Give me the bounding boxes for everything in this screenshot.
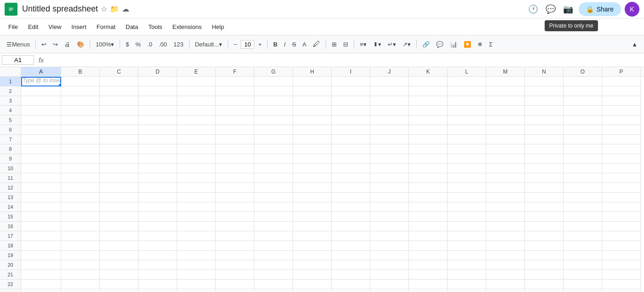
cell-C21[interactable] xyxy=(100,270,138,280)
col-header-l[interactable]: L xyxy=(448,67,486,76)
cell-G14[interactable] xyxy=(254,202,293,212)
cell-L7[interactable] xyxy=(448,135,486,144)
increase-decimal-button[interactable]: .00 xyxy=(156,39,170,50)
cell-J1[interactable] xyxy=(370,77,409,86)
cell-P4[interactable] xyxy=(602,106,641,115)
camera-button[interactable]: 📷 xyxy=(561,2,575,16)
cell-F23[interactable] xyxy=(216,289,254,292)
cell-J21[interactable] xyxy=(370,270,409,280)
cell-A13[interactable] xyxy=(21,193,61,202)
cell-D14[interactable] xyxy=(138,202,177,212)
cell-N13[interactable] xyxy=(525,193,564,202)
cell-L11[interactable] xyxy=(448,173,486,183)
cell-J17[interactable] xyxy=(370,231,409,241)
cell-I23[interactable] xyxy=(332,289,370,292)
cell-J14[interactable] xyxy=(370,202,409,212)
col-header-p[interactable]: P xyxy=(602,67,641,76)
cell-E13[interactable] xyxy=(177,193,216,202)
cell-K19[interactable] xyxy=(409,251,448,260)
col-header-o[interactable]: O xyxy=(564,67,602,76)
cell-C2[interactable] xyxy=(100,86,138,96)
cell-L23[interactable] xyxy=(448,289,486,292)
cell-H13[interactable] xyxy=(293,193,332,202)
cell-D3[interactable] xyxy=(138,96,177,106)
currency-button[interactable]: $ xyxy=(123,39,132,50)
cell-H15[interactable] xyxy=(293,212,332,222)
cell-I18[interactable] xyxy=(332,241,370,251)
cell-K3[interactable] xyxy=(409,96,448,106)
cell-J9[interactable] xyxy=(370,154,409,164)
cell-P13[interactable] xyxy=(602,193,641,202)
cell-J18[interactable] xyxy=(370,241,409,251)
cell-A17[interactable] xyxy=(21,231,61,241)
cell-L8[interactable] xyxy=(448,144,486,154)
cell-M9[interactable] xyxy=(486,154,525,164)
cell-O9[interactable] xyxy=(564,154,602,164)
comment-button[interactable]: 💬 xyxy=(544,2,558,16)
print-button[interactable]: 🖨 xyxy=(62,39,73,50)
cell-C3[interactable] xyxy=(100,96,138,106)
cell-A22[interactable] xyxy=(21,280,61,289)
function-button[interactable]: Σ xyxy=(486,39,495,50)
cell-C1[interactable] xyxy=(100,77,138,86)
cell-P1[interactable] xyxy=(602,77,641,86)
cell-I8[interactable] xyxy=(332,144,370,154)
cell-B13[interactable] xyxy=(61,193,100,202)
cell-F17[interactable] xyxy=(216,231,254,241)
cell-D7[interactable] xyxy=(138,135,177,144)
col-header-h[interactable]: H xyxy=(293,67,332,76)
cell-D13[interactable] xyxy=(138,193,177,202)
cell-G7[interactable] xyxy=(254,135,293,144)
cell-O19[interactable] xyxy=(564,251,602,260)
cell-M7[interactable] xyxy=(486,135,525,144)
cell-D8[interactable] xyxy=(138,144,177,154)
cell-N15[interactable] xyxy=(525,212,564,222)
cell-J13[interactable] xyxy=(370,193,409,202)
cell-A5[interactable] xyxy=(21,115,61,125)
cell-B8[interactable] xyxy=(61,144,100,154)
cell-I2[interactable] xyxy=(332,86,370,96)
cell-O11[interactable] xyxy=(564,173,602,183)
cell-K11[interactable] xyxy=(409,173,448,183)
cell-J23[interactable] xyxy=(370,289,409,292)
cell-C12[interactable] xyxy=(100,183,138,193)
cell-N21[interactable] xyxy=(525,270,564,280)
cell-O20[interactable] xyxy=(564,260,602,270)
col-header-g[interactable]: G xyxy=(254,67,293,76)
cell-H6[interactable] xyxy=(293,125,332,135)
cell-N10[interactable] xyxy=(525,164,564,173)
cell-K12[interactable] xyxy=(409,183,448,193)
hide-toolbar-button[interactable]: ▲ xyxy=(629,39,640,50)
cell-D15[interactable] xyxy=(138,212,177,222)
cell-K10[interactable] xyxy=(409,164,448,173)
cell-C15[interactable] xyxy=(100,212,138,222)
cell-M16[interactable] xyxy=(486,222,525,231)
undo-button[interactable]: ↩ xyxy=(39,39,49,50)
cell-L15[interactable] xyxy=(448,212,486,222)
cell-N18[interactable] xyxy=(525,241,564,251)
cell-P15[interactable] xyxy=(602,212,641,222)
cell-A15[interactable] xyxy=(21,212,61,222)
cell-I17[interactable] xyxy=(332,231,370,241)
cell-E15[interactable] xyxy=(177,212,216,222)
row-number-7[interactable]: 7 xyxy=(0,135,21,144)
cell-A11[interactable] xyxy=(21,173,61,183)
cell-F9[interactable] xyxy=(216,154,254,164)
cell-L6[interactable] xyxy=(448,125,486,135)
cell-G6[interactable] xyxy=(254,125,293,135)
borders-button[interactable]: ⊞ xyxy=(329,39,339,50)
cell-L13[interactable] xyxy=(448,193,486,202)
cell-K23[interactable] xyxy=(409,289,448,292)
cell-E16[interactable] xyxy=(177,222,216,231)
menu-extensions[interactable]: Extensions xyxy=(168,22,207,32)
rotate-button[interactable]: ↗▾ xyxy=(400,39,414,50)
cell-F10[interactable] xyxy=(216,164,254,173)
cell-E5[interactable] xyxy=(177,115,216,125)
cell-B1[interactable] xyxy=(61,77,100,86)
cell-M14[interactable] xyxy=(486,202,525,212)
cell-H2[interactable] xyxy=(293,86,332,96)
cell-C10[interactable] xyxy=(100,164,138,173)
cell-H5[interactable] xyxy=(293,115,332,125)
menus-button[interactable]: ☰ Menus xyxy=(4,39,33,50)
cell-P7[interactable] xyxy=(602,135,641,144)
